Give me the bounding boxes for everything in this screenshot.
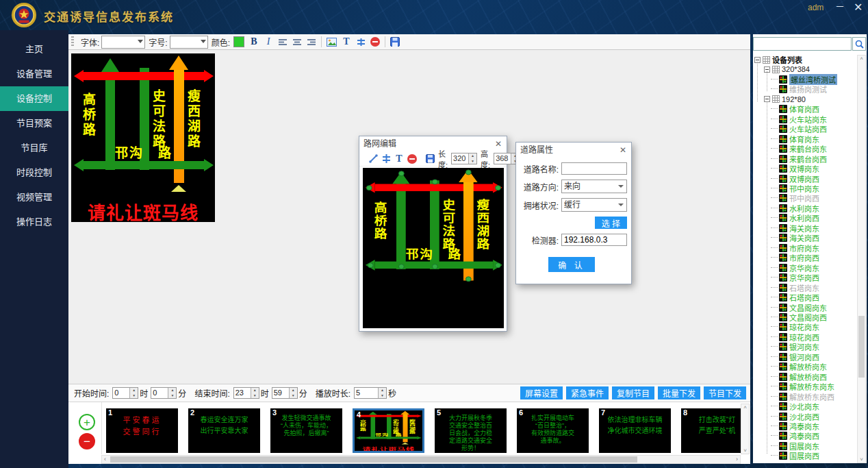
sidebar-item-设备控制[interactable]: 设备控制 xyxy=(0,86,68,111)
tree-item-螺丝湾桥测试[interactable]: 螺丝湾桥测试 xyxy=(771,75,837,84)
save-button[interactable] xyxy=(425,153,435,164)
tree-item-解放桥东岗西[interactable]: 解放桥东岗西 xyxy=(771,392,834,402)
insert-image-button[interactable] xyxy=(327,36,337,47)
align-center-button[interactable] xyxy=(292,36,302,47)
tree-item-文昌阁岗东[interactable]: 文昌阁岗东 xyxy=(771,303,827,312)
tree-item-水利岗西[interactable]: 水利岗西 xyxy=(771,213,819,223)
control-point[interactable] xyxy=(495,262,501,268)
search-button[interactable] xyxy=(852,37,866,51)
tree-item-双博岗东[interactable]: 双博岗东 xyxy=(771,164,819,173)
scroll-down-icon[interactable]: ˅ xyxy=(858,456,865,463)
control-point[interactable] xyxy=(495,185,501,190)
tree-item-鸿泰岗西[interactable]: 鸿泰岗西 xyxy=(771,431,819,441)
spinner-arrows[interactable]: ▲▼ xyxy=(468,153,476,164)
scroll-up-icon[interactable]: ˄ xyxy=(858,56,865,62)
delete-button[interactable] xyxy=(370,36,380,47)
thumbnail-4[interactable]: 4高桥路史可法路瘦西湖路邗沟路请礼让斑马线 xyxy=(353,408,424,453)
tree-item-文昌阁岗西[interactable]: 文昌阁岗西 xyxy=(771,312,827,322)
tree-item-320*384[interactable]: 320*384 xyxy=(764,64,810,74)
control-point[interactable] xyxy=(431,264,437,269)
thumbnail-6[interactable]: 6扎实开展电动车“百日整治”，有效预防道路交通事故。 xyxy=(517,408,589,453)
thumbnail-1[interactable]: 1平安春运交警同行 xyxy=(106,408,178,453)
end-minute-spinner[interactable]: 59▲▼ xyxy=(272,387,298,399)
control-point[interactable] xyxy=(398,264,404,269)
congestion-select[interactable]: 缓行 xyxy=(561,198,627,212)
sidebar-item-操作日志[interactable]: 操作日志 xyxy=(0,210,68,234)
thumbnail-5[interactable]: 5大力开展秋冬季交通安全整治百日会战，全力稳定道路交通安全形势！ xyxy=(435,408,507,453)
start-hour-spinner[interactable]: 0▲▼ xyxy=(112,387,138,399)
road-direction-select[interactable]: 来向 xyxy=(561,180,627,193)
sidebar-item-时段控制[interactable]: 时段控制 xyxy=(0,160,68,185)
tree-item-琼花岗东[interactable]: 琼花岗东 xyxy=(771,322,819,332)
tree-item-维扬岗测试[interactable]: 维扬岗测试 xyxy=(771,84,827,94)
font-select[interactable] xyxy=(101,36,145,49)
close-icon[interactable]: ✕ xyxy=(620,143,626,158)
scroll-up-icon[interactable]: ˄ xyxy=(741,404,749,410)
tree-item-火车站岗西[interactable]: 火车站岗西 xyxy=(771,124,827,134)
control-point[interactable] xyxy=(366,185,372,190)
tree-item-市府岗西[interactable]: 市府岗西 xyxy=(771,253,819,262)
action-button-复制节目[interactable]: 复制节目 xyxy=(612,386,654,399)
tree-item-体育岗西[interactable]: 体育岗西 xyxy=(771,104,819,114)
action-button-批量下发[interactable]: 批量下发 xyxy=(658,386,700,399)
align-left-button[interactable] xyxy=(278,36,288,47)
thumbnail-3[interactable]: 3发生轻微交通事故“人未伤，车能动，先拍照，后撤离” xyxy=(270,408,342,453)
close-icon[interactable]: ✕ xyxy=(495,136,502,151)
save-button[interactable] xyxy=(390,36,400,47)
tree-item-国展岗东[interactable]: 国展岗东 xyxy=(771,441,819,451)
device-search-input[interactable] xyxy=(753,37,852,51)
thumbnail-2[interactable]: 2春运安全连万家出行平安靠大家 xyxy=(188,408,260,453)
color-swatch[interactable] xyxy=(233,36,244,47)
action-button-紧急事件[interactable]: 紧急事件 xyxy=(566,386,609,399)
tree-scrollbar[interactable]: ˄ ˅ xyxy=(857,55,866,463)
tree-item-双博岗西[interactable]: 双博岗西 xyxy=(771,174,819,184)
minimize-icon[interactable]: ─ xyxy=(837,1,843,12)
dialog-titlebar[interactable]: 路网编辑 ✕ xyxy=(359,136,507,151)
tree-item-琼花岗西[interactable]: 琼花岗西 xyxy=(771,332,819,342)
sidebar-item-节目库[interactable]: 节目库 xyxy=(0,136,68,160)
tree-item-银河岗东[interactable]: 银河岗东 xyxy=(771,342,819,352)
select-button[interactable]: 选 择 xyxy=(595,217,627,229)
tree-item-鸿泰岗东[interactable]: 鸿泰岗东 xyxy=(771,421,819,431)
scrollbar-thumb[interactable] xyxy=(110,456,637,463)
tree-item-石塔岗东[interactable]: 石塔岗东 xyxy=(771,283,819,293)
italic-button[interactable]: I xyxy=(264,36,273,47)
align-right-button[interactable] xyxy=(307,36,316,47)
control-point[interactable] xyxy=(367,262,373,268)
thumbnail-7[interactable]: 7依法治理非标车辆净化城市交通环境 xyxy=(599,408,671,453)
action-button-屏幕设置[interactable]: 屏幕设置 xyxy=(520,386,563,399)
road-editor-canvas[interactable]: 高桥路史可法路瘦西湖路邗沟路 xyxy=(363,168,504,328)
tree-item-邗中岗东[interactable]: 邗中岗东 xyxy=(771,184,819,193)
sidebar-item-设备管理[interactable]: 设备管理 xyxy=(0,62,68,86)
tree-item-银河岗西[interactable]: 银河岗西 xyxy=(771,352,819,362)
tree-item-解放桥岗东[interactable]: 解放桥岗东 xyxy=(771,362,827,371)
tree-item-石塔岗西[interactable]: 石塔岗西 xyxy=(771,293,819,302)
text-tool-button[interactable]: T xyxy=(342,36,351,47)
remove-program-button[interactable]: − xyxy=(79,433,95,449)
sidebar-item-视频管理[interactable]: 视频管理 xyxy=(0,185,68,210)
tree-item-海关岗东[interactable]: 海关岗东 xyxy=(771,223,819,233)
draw-line-button[interactable] xyxy=(368,153,378,164)
bold-button[interactable]: B xyxy=(249,36,259,47)
traffic-sign-preview[interactable]: 高桥路史可法路瘦西湖路邗沟路请礼让斑马线 xyxy=(71,53,215,222)
scroll-left-icon[interactable]: ‹ xyxy=(104,456,106,463)
road-cross-icon[interactable] xyxy=(381,153,391,164)
toolbar-grip-handle[interactable] xyxy=(71,36,74,47)
thumbnail-vertical-scrollbar[interactable]: ˄ ˅ xyxy=(741,404,750,454)
scrollbar-thumb[interactable] xyxy=(858,316,865,378)
road-name-field[interactable] xyxy=(561,162,627,175)
control-point[interactable] xyxy=(465,170,471,175)
delete-button[interactable] xyxy=(407,153,417,164)
add-program-button[interactable]: + xyxy=(79,414,95,430)
tree-item-市府岗东[interactable]: 市府岗东 xyxy=(771,243,819,253)
scroll-down-icon[interactable]: ˅ xyxy=(741,447,749,454)
scroll-right-icon[interactable]: › xyxy=(736,456,738,463)
tree-item-京华岗东[interactable]: 京华岗东 xyxy=(771,263,819,273)
tree-item-来鹤台岗东[interactable]: 来鹤台岗东 xyxy=(771,144,827,153)
sidebar-item-节目预案[interactable]: 节目预案 xyxy=(0,111,68,136)
close-icon[interactable]: ✕ xyxy=(854,1,863,14)
tree-item-沙北岗西[interactable]: 沙北岗西 xyxy=(771,412,819,421)
traffic-sign-edit-view[interactable]: 高桥路史可法路瘦西湖路邗沟路 xyxy=(363,168,504,315)
tree-item-解放桥东岗东[interactable]: 解放桥东岗东 xyxy=(771,382,834,391)
duration-spinner[interactable]: 5▲▼ xyxy=(354,387,387,399)
